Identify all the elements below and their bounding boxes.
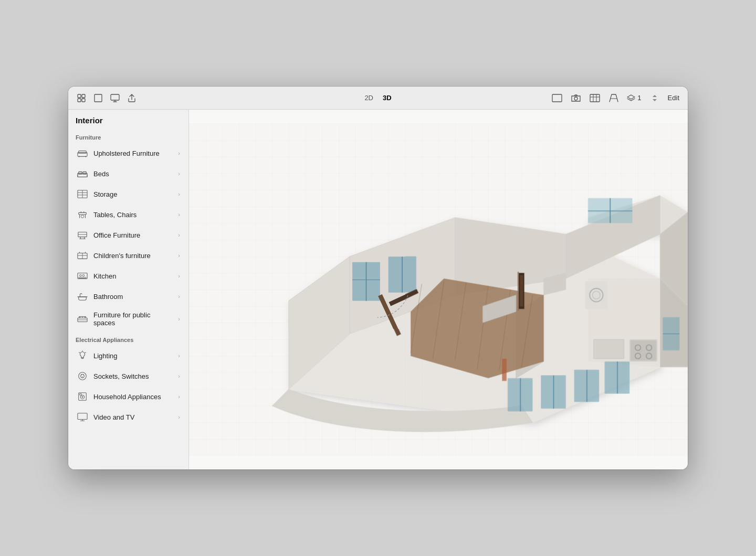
storage-label: Storage <box>93 190 173 198</box>
sidebar-item-public-spaces[interactable]: Furniture for public spaces › <box>71 307 185 331</box>
svg-point-30 <box>82 274 85 276</box>
chevron-icon: › <box>178 232 180 238</box>
chevron-icon: › <box>178 373 180 379</box>
edit-button[interactable]: Edit <box>668 94 679 102</box>
appliance-icon <box>77 391 88 402</box>
main-content: Interior Furniture Upholstered Furniture… <box>68 110 688 469</box>
chevron-icon: › <box>178 150 180 156</box>
sidebar-item-household-appliances[interactable]: Household Appliances › <box>71 387 185 407</box>
chevron-icon: › <box>178 273 180 279</box>
sidebar-item-sockets-switches[interactable]: Sockets, Switches › <box>71 366 185 386</box>
stepper-icon[interactable] <box>649 92 660 104</box>
sidebar-item-beds[interactable]: Beds › <box>71 164 185 184</box>
svg-rect-106 <box>502 359 506 381</box>
office-furniture-label: Office Furniture <box>93 231 173 239</box>
svg-rect-15 <box>78 173 87 177</box>
walls-icon[interactable] <box>608 92 620 104</box>
svg-rect-4 <box>94 94 102 102</box>
svg-rect-1 <box>82 94 85 98</box>
layers-button[interactable]: 1 <box>627 94 641 102</box>
video-tv-label: Video and TV <box>93 413 173 421</box>
lighting-icon <box>77 350 88 361</box>
sidebar-item-bathroom[interactable]: Bathroom › <box>71 286 185 306</box>
svg-line-40 <box>79 352 80 353</box>
app-window: 2D 3D <box>68 87 688 469</box>
svg-rect-50 <box>78 413 87 420</box>
chevron-icon: › <box>178 211 180 218</box>
chevron-icon: › <box>178 191 180 197</box>
svg-point-7 <box>574 97 578 100</box>
floorplan-icon[interactable] <box>551 92 563 104</box>
svg-point-42 <box>79 372 87 380</box>
sidebar-title: Interior <box>68 110 188 129</box>
share-icon[interactable] <box>127 93 136 103</box>
sockets-switches-label: Sockets, Switches <box>93 372 173 380</box>
chevron-icon: › <box>178 293 180 300</box>
view-2d-button[interactable]: 2D <box>361 93 376 103</box>
chevron-icon: › <box>178 252 180 259</box>
socket-icon <box>77 370 88 382</box>
sidebar-item-kitchen[interactable]: Kitchen › <box>71 266 185 286</box>
svg-point-48 <box>82 397 83 398</box>
canvas-area[interactable] <box>189 110 688 469</box>
sidebar-item-video-tv[interactable]: Video and TV › <box>71 407 185 427</box>
sidebar-item-storage[interactable]: Storage › <box>71 184 185 204</box>
sofa-icon <box>77 147 88 159</box>
upholstered-furniture-label: Upholstered Furniture <box>93 149 173 157</box>
lighting-label: Lighting <box>93 352 173 360</box>
chevron-icon: › <box>178 352 180 359</box>
camera-icon[interactable] <box>570 92 582 104</box>
chevron-icon: › <box>178 414 180 420</box>
view-3d-button[interactable]: 3D <box>380 93 395 103</box>
svg-rect-95 <box>631 340 656 360</box>
bathroom-label: Bathroom <box>93 293 173 301</box>
public-spaces-label: Furniture for public spaces <box>93 311 173 327</box>
storage-icon <box>77 188 88 200</box>
bed-icon <box>77 168 88 179</box>
bathroom-icon <box>77 291 88 302</box>
grid-icon[interactable] <box>589 92 601 104</box>
sidebar-item-upholstered-furniture[interactable]: Upholstered Furniture › <box>71 143 185 163</box>
chevron-icon: › <box>178 393 180 400</box>
layers-count: 1 <box>637 94 641 102</box>
svg-rect-92 <box>520 275 523 307</box>
svg-rect-2 <box>78 99 81 102</box>
svg-rect-8 <box>590 94 600 102</box>
room-svg <box>189 110 688 469</box>
kitchen-icon <box>77 270 88 282</box>
childrens-furniture-label: Children's furniture <box>93 252 173 260</box>
svg-rect-31 <box>79 277 87 279</box>
svg-rect-100 <box>585 281 607 309</box>
tables-chairs-label: Tables, Chairs <box>93 211 173 219</box>
svg-rect-3 <box>82 99 85 102</box>
table-icon <box>77 209 88 220</box>
svg-point-23 <box>81 215 83 218</box>
sidebar-item-tables-chairs[interactable]: Tables, Chairs › <box>71 205 185 224</box>
chevron-icon: › <box>178 170 180 177</box>
svg-rect-5 <box>111 94 119 100</box>
toolbar-center: 2D 3D <box>361 93 394 103</box>
office-icon <box>77 229 88 241</box>
svg-rect-0 <box>78 94 81 98</box>
monitor-icon[interactable] <box>110 93 120 103</box>
svg-line-41 <box>85 352 86 353</box>
kitchen-label: Kitchen <box>93 272 173 280</box>
tv-icon <box>77 411 88 423</box>
svg-rect-22 <box>79 212 87 215</box>
svg-rect-6 <box>552 94 562 102</box>
beds-label: Beds <box>93 170 173 178</box>
svg-rect-105 <box>594 339 624 359</box>
layout-icon-2[interactable] <box>93 93 103 103</box>
public-icon <box>77 313 88 325</box>
childrens-icon <box>77 250 88 261</box>
sidebar-item-office-furniture[interactable]: Office Furniture › <box>71 225 185 245</box>
section-furniture-header: Furniture <box>68 129 188 143</box>
section-electrical-header: Electrical Appliances <box>68 332 188 345</box>
svg-rect-93 <box>518 272 519 311</box>
chevron-icon: › <box>178 316 180 322</box>
sidebar-item-lighting[interactable]: Lighting › <box>71 346 185 366</box>
sidebar-item-childrens-furniture[interactable]: Children's furniture › <box>71 245 185 265</box>
svg-point-43 <box>80 374 84 378</box>
toolbar-right: 1 Edit <box>403 92 679 104</box>
layout-icon-1[interactable] <box>77 93 86 103</box>
